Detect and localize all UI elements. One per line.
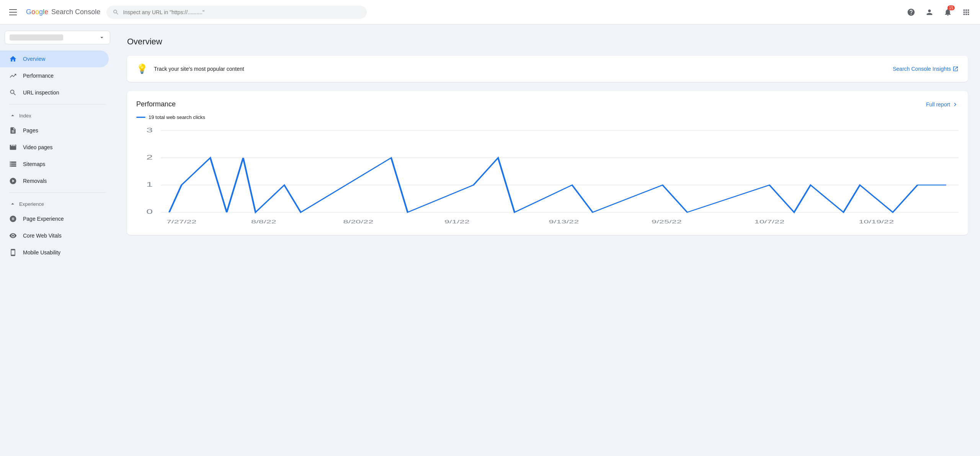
svg-text:2: 2 bbox=[146, 154, 153, 161]
help-button[interactable] bbox=[903, 5, 919, 20]
search-icon bbox=[113, 9, 119, 16]
insights-banner-text: Track your site's most popular content bbox=[154, 66, 893, 72]
app-header: Google Search Console 15 bbox=[0, 0, 980, 24]
sidebar-item-performance[interactable]: Performance bbox=[0, 67, 109, 84]
index-section-header[interactable]: Index bbox=[0, 107, 115, 122]
performance-card-title: Performance bbox=[136, 100, 176, 108]
sidebar-item-removals[interactable]: Removals bbox=[0, 173, 109, 189]
sidebar-item-core-web-vitals[interactable]: Core Web Vitals bbox=[0, 227, 109, 244]
url-search-bar[interactable] bbox=[106, 6, 367, 19]
property-selector-text bbox=[10, 34, 63, 41]
sidebar-item-page-experience[interactable]: Page Experience bbox=[0, 210, 109, 227]
pages-icon bbox=[9, 127, 17, 134]
experience-icon bbox=[9, 215, 17, 223]
sidebar: Overview Performance URL inspection Inde… bbox=[0, 24, 115, 247]
chart-svg: 3 2 1 0 7/27/22 8/8/22 8/20/22 9/1/22 9/… bbox=[136, 126, 959, 226]
notifications-button[interactable]: 15 bbox=[940, 5, 956, 20]
sidebar-item-label: Overview bbox=[23, 56, 45, 62]
performance-card: Performance Full report 19 total web sea… bbox=[127, 91, 968, 235]
collapse-icon bbox=[9, 112, 16, 119]
sidebar-item-sitemaps[interactable]: Sitemaps bbox=[0, 156, 109, 173]
hamburger-menu-button[interactable] bbox=[6, 6, 20, 18]
sidebar-item-video-pages[interactable]: Video pages bbox=[0, 139, 109, 156]
svg-text:8/20/22: 8/20/22 bbox=[343, 219, 374, 225]
legend-label: 19 total web search clicks bbox=[149, 114, 205, 120]
performance-card-header: Performance Full report bbox=[136, 100, 959, 108]
performance-chart: 3 2 1 0 7/27/22 8/8/22 8/20/22 9/1/22 9/… bbox=[136, 126, 959, 226]
removals-icon bbox=[9, 177, 17, 185]
svg-text:7/27/22: 7/27/22 bbox=[167, 219, 197, 225]
home-icon bbox=[9, 55, 17, 63]
legend-line bbox=[136, 117, 145, 118]
notification-count: 15 bbox=[947, 5, 955, 10]
apps-button[interactable] bbox=[959, 5, 974, 20]
full-report-link[interactable]: Full report bbox=[926, 101, 959, 108]
external-link-icon bbox=[952, 66, 959, 72]
sidebar-item-label: Sitemaps bbox=[23, 161, 45, 167]
header-actions: 15 bbox=[903, 5, 974, 20]
sitemap-icon bbox=[9, 160, 17, 168]
vitals-icon bbox=[9, 232, 17, 239]
svg-text:0: 0 bbox=[146, 208, 153, 215]
svg-text:8/8/22: 8/8/22 bbox=[251, 219, 276, 225]
nav-divider-2 bbox=[9, 192, 106, 193]
trending-up-icon bbox=[9, 72, 17, 80]
sidebar-item-label: Performance bbox=[23, 73, 54, 79]
collapse-icon bbox=[9, 200, 16, 207]
sidebar-item-mobile-usability[interactable]: Mobile Usability bbox=[0, 244, 109, 247]
svg-text:9/25/22: 9/25/22 bbox=[652, 219, 682, 225]
sidebar-item-label: Video pages bbox=[23, 144, 53, 150]
search-input[interactable] bbox=[123, 9, 361, 15]
sidebar-item-label: Removals bbox=[23, 178, 47, 184]
product-name: Search Console bbox=[51, 8, 100, 16]
account-button[interactable] bbox=[922, 5, 937, 20]
experience-section-header[interactable]: Experience bbox=[0, 196, 115, 210]
person-icon bbox=[925, 8, 934, 16]
apps-icon bbox=[962, 8, 970, 16]
video-icon bbox=[9, 143, 17, 151]
app-logo: Google Search Console bbox=[26, 8, 100, 16]
chevron-down-icon bbox=[98, 34, 105, 41]
page-title: Overview bbox=[127, 37, 968, 47]
chevron-right-icon bbox=[952, 101, 959, 108]
sidebar-item-label: Core Web Vitals bbox=[23, 233, 62, 239]
sidebar-item-label: URL inspection bbox=[23, 90, 59, 96]
lightbulb-icon: 💡 bbox=[136, 64, 148, 74]
chart-legend: 19 total web search clicks bbox=[136, 114, 959, 120]
search-console-insights-link[interactable]: Search Console Insights bbox=[893, 66, 959, 72]
svg-text:9/13/22: 9/13/22 bbox=[549, 219, 579, 225]
main-content: Overview 💡 Track your site's most popula… bbox=[115, 24, 980, 247]
section-label: Experience bbox=[19, 201, 44, 207]
svg-text:3: 3 bbox=[146, 127, 153, 134]
search-icon bbox=[9, 89, 17, 96]
svg-text:10/19/22: 10/19/22 bbox=[859, 219, 894, 225]
svg-text:9/1/22: 9/1/22 bbox=[444, 219, 470, 225]
help-icon bbox=[907, 8, 915, 16]
google-wordmark: Google bbox=[26, 8, 48, 16]
section-label: Index bbox=[19, 113, 31, 119]
sidebar-item-label: Page Experience bbox=[23, 216, 64, 222]
sidebar-item-overview[interactable]: Overview bbox=[0, 50, 109, 67]
insights-banner: 💡 Track your site's most popular content… bbox=[127, 56, 968, 82]
sidebar-item-pages[interactable]: Pages bbox=[0, 122, 109, 139]
sidebar-item-label: Pages bbox=[23, 127, 38, 134]
svg-text:1: 1 bbox=[146, 181, 153, 188]
svg-text:10/7/22: 10/7/22 bbox=[755, 219, 785, 225]
nav-divider bbox=[9, 104, 106, 104]
sidebar-item-url-inspection[interactable]: URL inspection bbox=[0, 84, 109, 101]
property-selector[interactable] bbox=[5, 31, 110, 44]
